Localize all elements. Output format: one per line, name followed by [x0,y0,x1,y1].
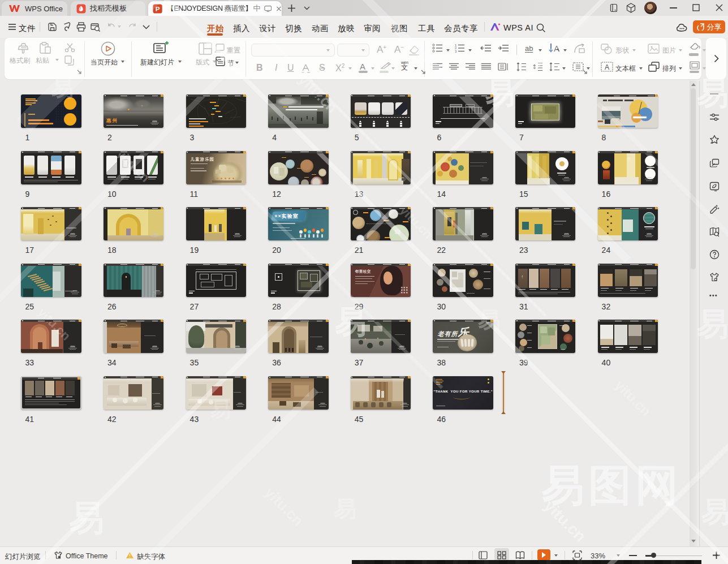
svg-text:A: A [605,63,609,71]
svg-text:A: A [554,44,559,53]
svg-text:P: P [156,5,160,12]
svg-text:3: 3 [455,50,457,53]
